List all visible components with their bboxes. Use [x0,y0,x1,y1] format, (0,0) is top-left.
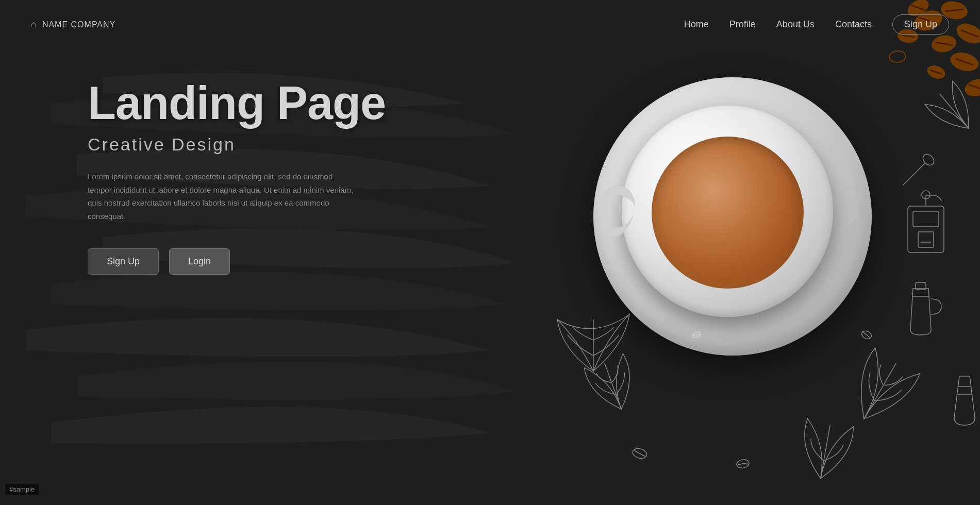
nav-profile[interactable]: Profile [729,19,756,30]
hero-title: Landing Page [88,80,980,126]
company-logo: ⌂ NAME COMPANY [31,19,115,30]
hero-subtitle: Creative Design [88,134,980,155]
hero-body-text: Lorem ipsum dolor sit amet, consectetur … [88,170,356,223]
nav-home[interactable]: Home [684,19,709,30]
cta-buttons: Sign Up Login [88,248,980,275]
nav-links: Home Profile About Us Contacts Sign Up [684,14,949,35]
nav-contacts[interactable]: Contacts [835,19,872,30]
sample-tag: #sample [5,484,39,495]
hero-signup-button[interactable]: Sign Up [88,248,159,275]
nav-about[interactable]: About Us [776,19,815,30]
nav-signup-button[interactable]: Sign Up [892,14,949,35]
hero-login-button[interactable]: Login [169,248,230,275]
company-name: NAME COMPANY [42,20,115,29]
home-icon: ⌂ [31,19,37,30]
hero-section: Landing Page Creative Design Lorem ipsum… [0,49,980,275]
